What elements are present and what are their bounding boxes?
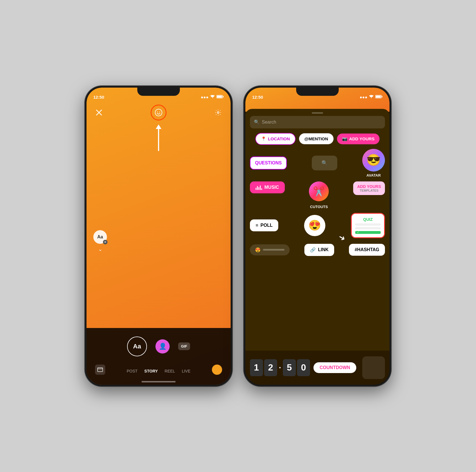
hashtag-sticker[interactable]: #HASHTAG (349, 244, 385, 256)
battery-icon (216, 95, 224, 100)
battery-icon-2 (375, 95, 383, 100)
status-time-1: 12:50 (93, 95, 104, 100)
text-button-label: Aa (133, 343, 141, 350)
home-indicator (142, 381, 176, 382)
signal-icon-2: ●●● (360, 95, 367, 100)
link-sticker[interactable]: 🔗 LINK (304, 244, 334, 256)
addyours-templates-sticker[interactable]: ADD YOURS TEMPLATES (353, 181, 385, 195)
svg-rect-11 (376, 96, 381, 98)
status-bar-2: 12:50 ●●● (245, 88, 389, 102)
phone2-orange-bar: 12:50 ●●● (245, 88, 389, 112)
cutouts-sticker[interactable]: ✂️ CUTOUTS (309, 181, 329, 209)
orange-record-dot[interactable] (212, 365, 222, 375)
text-tool-widget[interactable]: Aa ✕ ⌄ (93, 230, 107, 252)
avatar-sticker-wrap: 😎 AVATAR (362, 149, 385, 177)
settings-button[interactable] (212, 107, 224, 118)
nav-reel[interactable]: REEL (165, 369, 175, 373)
questions-sticker[interactable]: QUESTIONS (250, 156, 287, 170)
search-bar[interactable]: 🔍 Search (250, 116, 385, 128)
aa-close-btn[interactable]: ✕ (103, 240, 108, 244)
camera-icon: 📷 (342, 136, 347, 141)
countdown-sticker[interactable]: COUNTDOWN (313, 362, 357, 373)
avatar-button[interactable]: 👤 (155, 339, 170, 354)
chevron-down-icon[interactable]: ⌄ (98, 246, 102, 252)
digit-1: 1 (250, 359, 263, 376)
close-button[interactable] (93, 107, 105, 118)
svg-point-6 (157, 111, 158, 112)
add-yours-sticker[interactable]: 📷 ADD YOURS (337, 134, 380, 144)
hashtag-label: #HASHTAG (355, 247, 379, 252)
questions-label: QUESTIONS (255, 160, 282, 165)
bar2 (257, 186, 258, 190)
bar3 (258, 187, 259, 190)
link-label: LINK (318, 247, 328, 252)
status-icons-2: ●●● (360, 95, 383, 100)
search-icon: 🔍 (254, 119, 260, 125)
nav-live[interactable]: LIVE (182, 369, 190, 373)
signal-icon: ●●● (201, 95, 208, 100)
music-sticker[interactable]: MUSIC (250, 181, 285, 193)
svg-point-5 (155, 109, 162, 116)
quiz-sticker[interactable]: QUIZ ✓ (351, 213, 385, 238)
emoji-slider-icon: 😍 (255, 247, 261, 253)
svg-rect-2 (223, 96, 224, 97)
digit-2: 2 (264, 359, 277, 376)
sticker-grid: 📍 LOCATION @MENTION 📷 ADD YOURS (245, 133, 389, 260)
bar4 (260, 185, 261, 190)
sticker-row-3: MUSIC ✂️ CUTOUTS ADD YOURS TEMPLATES (250, 181, 385, 209)
sticker-row-2: QUESTIONS 🔍 😎 AVATAR (250, 149, 385, 177)
svg-point-7 (159, 111, 160, 112)
svg-point-8 (217, 112, 219, 113)
poll-label: POLL (260, 223, 273, 228)
addyours-templates-text: ADD YOURS (357, 184, 381, 189)
phone-1: 12:50 ●●● (85, 86, 232, 386)
poll-lines-icon: ≡ (256, 223, 258, 228)
svg-rect-1 (217, 96, 222, 98)
gif-button[interactable]: GIF (178, 342, 190, 350)
music-label: MUSIC (264, 185, 279, 190)
sticker-sheet: 🔍 Search 📍 LOCATION @MENTION (245, 109, 389, 385)
search-sticker-icon: 🔍 (321, 160, 328, 166)
sticker-button-highlighted[interactable] (151, 105, 167, 120)
wifi-icon (210, 95, 215, 100)
phone-2: 12:50 ●●● (244, 86, 391, 386)
svg-rect-9 (98, 368, 103, 372)
location-icon: 📍 (261, 136, 266, 141)
link-icon: 🔗 (310, 247, 316, 253)
gif-label: GIF (181, 344, 187, 348)
add-yours-label: ADD YOURS (349, 136, 375, 141)
phone2-background: 12:50 ●●● (245, 88, 389, 385)
cutouts-icon: ✂️ (309, 181, 329, 201)
aa-badge: Aa ✕ (93, 230, 107, 244)
quiz-check-icon: ✓ (357, 231, 359, 234)
quiz-line-green: ✓ (355, 231, 381, 234)
post-icon[interactable] (95, 365, 105, 375)
arrow-indicator (156, 124, 161, 151)
templates-text: TEMPLATES (360, 189, 378, 192)
cutouts-label: CUTOUTS (310, 205, 328, 209)
arrow-to-quiz: ➜ (337, 232, 347, 243)
sticker-row-5: 😍 🔗 LINK #HASHTAG (250, 244, 385, 256)
search-placeholder: Search (262, 120, 276, 125)
countdown-section: 1 2 · 5 0 COUNTDOWN (245, 351, 389, 385)
digit-separator: · (278, 359, 282, 376)
music-bars-icon (256, 185, 262, 190)
text-button[interactable]: Aa (127, 336, 147, 356)
poll-sticker[interactable]: ≡ POLL (250, 219, 278, 231)
sticker-row-4: ≡ POLL 😍 QUIZ ✓ (250, 213, 385, 238)
quiz-title: QUIZ (355, 217, 381, 222)
digit-4: 0 (297, 359, 310, 376)
search-sticker[interactable]: 🔍 (312, 156, 337, 170)
status-bar-1: 12:50 ●●● (87, 88, 231, 102)
emoji-slider-sticker[interactable]: 😍 (250, 244, 290, 255)
phone1-top-toolbar (87, 102, 231, 123)
mention-sticker[interactable]: @MENTION (299, 133, 334, 144)
bar1 (256, 188, 256, 190)
location-sticker[interactable]: 📍 LOCATION (255, 133, 296, 145)
emoji-sticker[interactable]: 😍 (304, 215, 325, 236)
nav-post[interactable]: POST (127, 369, 138, 373)
sheet-handle (312, 112, 323, 114)
last-sticker-preview (362, 356, 385, 379)
nav-story[interactable]: STORY (144, 369, 158, 373)
avatar-sticker[interactable]: 😎 (362, 149, 385, 172)
